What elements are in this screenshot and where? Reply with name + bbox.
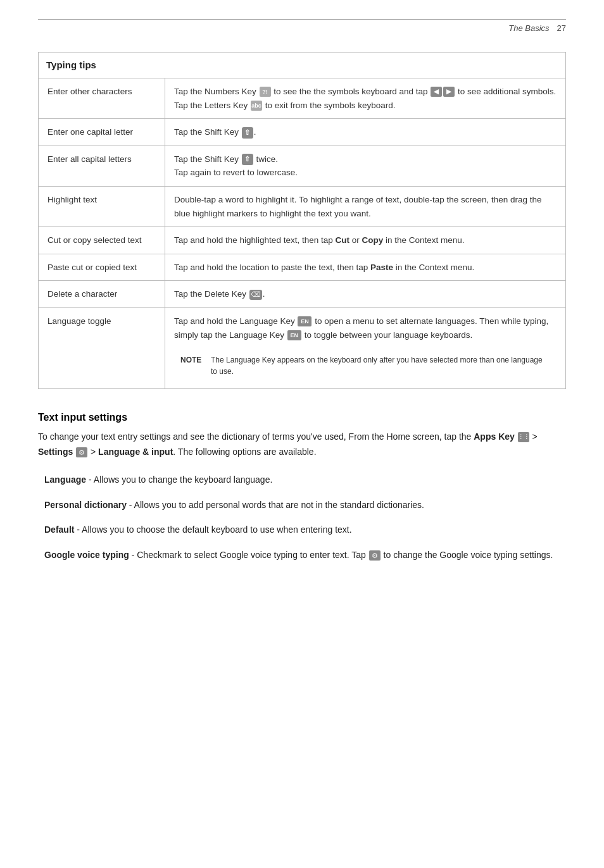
row-label-cut-copy: Cut or copy selected text — [39, 227, 165, 254]
settings-icon: ⚙ — [76, 447, 87, 457]
page-header: The Basics 27 — [38, 19, 566, 33]
row-desc-language-toggle: Tap and hold the Language Key EN to open… — [165, 307, 566, 388]
gear-icon: ⚙ — [369, 550, 381, 561]
delete-key-icon: ⌫ — [249, 290, 262, 300]
item-default: Default - Allows you to choose the defau… — [38, 523, 566, 538]
table-row: Enter one capital letter Tap the Shift K… — [39, 119, 566, 146]
row-label-language-toggle: Language toggle — [39, 307, 165, 388]
row-label-paste: Paste cut or copied text — [39, 254, 165, 281]
note-text: The Language Key appears on the keyboard… — [211, 354, 550, 377]
numbers-key-icon: ?! — [260, 87, 271, 97]
shift-key-icon: ⇧ — [242, 127, 253, 139]
table-row: Enter other characters Tap the Numbers K… — [39, 78, 566, 119]
row-label-all-capitals: Enter all capital letters — [39, 146, 165, 186]
item-language: Language - Allows you to change the keyb… — [38, 473, 566, 488]
table-title-row: Typing tips — [39, 53, 566, 78]
shift-key-icon-2: ⇧ — [242, 154, 253, 165]
row-label-one-capital: Enter one capital letter — [39, 119, 165, 146]
table-row: Highlight text Double-tap a word to high… — [39, 186, 566, 226]
item-title-google-voice: Google voice typing — [44, 550, 129, 560]
left-arrow-icon: ◀ — [431, 87, 442, 97]
row-desc-cut-copy: Tap and hold the highlighted text, then … — [165, 227, 566, 254]
row-label-highlight: Highlight text — [39, 186, 165, 226]
item-title-default: Default — [44, 524, 74, 535]
item-title-personal-dict: Personal dictionary — [44, 500, 127, 510]
item-text-default: - Allows you to choose the default keybo… — [74, 524, 351, 535]
section-intro: To change your text entry settings and s… — [38, 430, 566, 460]
item-text-google-voice-2: to change the Google voice typing settin… — [381, 550, 553, 560]
table-row: Delete a character Tap the Delete Key ⌫. — [39, 281, 566, 308]
row-desc-highlight: Double-tap a word to highlight it. To hi… — [165, 186, 566, 226]
letters-key-icon: abc — [251, 101, 262, 111]
row-label-enter-other: Enter other characters — [39, 78, 165, 119]
text-input-settings-section: Text input settings To change your text … — [38, 412, 566, 563]
table-row: Paste cut or copied text Tap and hold th… — [39, 254, 566, 281]
row-desc-delete: Tap the Delete Key ⌫. — [165, 281, 566, 308]
language-key-icon: EN — [298, 316, 311, 326]
typing-tips-table: Typing tips Enter other characters Tap t… — [38, 52, 566, 389]
item-google-voice-typing: Google voice typing - Checkmark to selec… — [38, 548, 566, 563]
right-arrow-icon: ▶ — [443, 87, 455, 97]
item-text-google-voice: - Checkmark to select Google voice typin… — [129, 550, 368, 560]
item-text-personal-dict: - Allows you to add personal words that … — [127, 500, 424, 510]
row-desc-one-capital: Tap the Shift Key ⇧. — [165, 119, 566, 146]
item-personal-dictionary: Personal dictionary - Allows you to add … — [38, 498, 566, 513]
note-section: NOTE The Language Key appears on the key… — [174, 349, 557, 382]
note-label: NOTE — [180, 354, 204, 377]
table-row: Language toggle Tap and hold the Languag… — [39, 307, 566, 388]
table-row: Cut or copy selected text Tap and hold t… — [39, 227, 566, 254]
language-key-icon-2: EN — [287, 330, 301, 340]
header-page-number: 27 — [557, 23, 566, 33]
row-desc-all-capitals: Tap the Shift Key ⇧ twice. Tap again to … — [165, 146, 566, 186]
row-desc-paste: Tap and hold the location to paste the t… — [165, 254, 566, 281]
section-title: Text input settings — [38, 412, 566, 423]
row-desc-enter-other: Tap the Numbers Key ?! to see the the sy… — [165, 78, 566, 119]
header-title: The Basics — [508, 23, 549, 33]
apps-key-icon: ⋮⋮ — [518, 432, 529, 442]
table-title: Typing tips — [39, 53, 566, 78]
item-title-language: Language — [44, 474, 86, 485]
item-text-language: - Allows you to change the keyboard lang… — [86, 474, 272, 485]
table-row: Enter all capital letters Tap the Shift … — [39, 146, 566, 186]
row-label-delete: Delete a character — [39, 281, 165, 308]
